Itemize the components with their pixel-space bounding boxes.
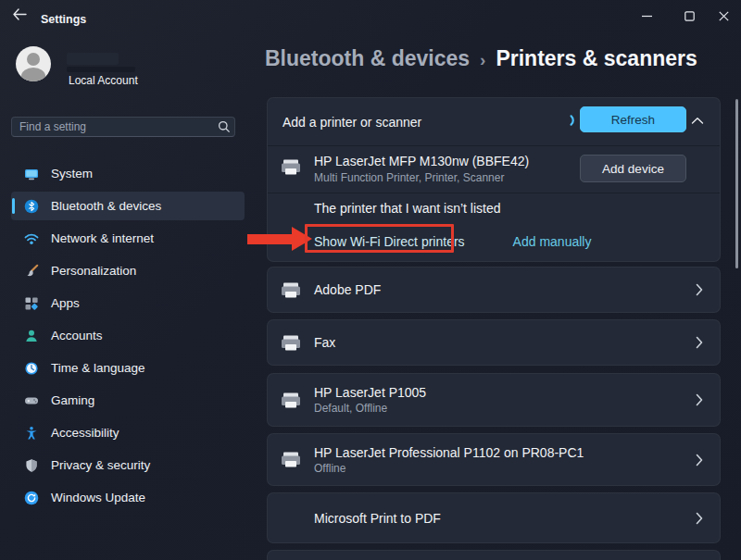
- accessibility-icon: [24, 426, 39, 441]
- printer-icon: [281, 335, 301, 352]
- update-icon: [24, 491, 39, 505]
- sidebar-item-label: Bluetooth & devices: [51, 199, 161, 213]
- chevron-right-icon: [696, 336, 703, 349]
- sidebar-item-time-language[interactable]: Time & language: [11, 354, 245, 382]
- search-box: [11, 117, 235, 137]
- chevron-up-icon[interactable]: [691, 117, 704, 125]
- sidebar-item-label: Network & internet: [51, 231, 154, 245]
- printer-status: Default, Offline: [314, 402, 426, 415]
- sidebar-item-label: Windows Update: [51, 491, 145, 504]
- printer-row-hp-p1102[interactable]: HP LaserJet Professional P1102 on PR08-P…: [267, 433, 721, 486]
- scrollbar-thumb[interactable]: [735, 99, 738, 268]
- printer-row-fax[interactable]: Fax: [267, 319, 721, 366]
- selected-accent-bar: [12, 198, 15, 214]
- printer-name: Microsoft Print to PDF: [314, 511, 441, 526]
- account-name-redacted-blur: [67, 67, 135, 72]
- scanning-spinner-icon: [559, 112, 575, 129]
- back-button[interactable]: [12, 8, 32, 25]
- page-title: Printers & scanners: [496, 46, 697, 71]
- person-icon: [24, 329, 39, 343]
- sidebar-item-system[interactable]: System: [11, 159, 245, 188]
- sidebar-item-gaming[interactable]: Gaming: [11, 386, 245, 415]
- brush-icon: [24, 264, 39, 279]
- sidebar-item-label: Gaming: [51, 393, 94, 407]
- sidebar-item-label: Accessibility: [51, 426, 119, 440]
- minimize-button[interactable]: [625, 0, 668, 31]
- sidebar-item-bluetooth-devices[interactable]: Bluetooth & devices: [11, 192, 245, 220]
- sidebar-item-network-internet[interactable]: Network & internet: [11, 224, 245, 253]
- search-icon[interactable]: [214, 120, 234, 133]
- printer-status: Offline: [314, 462, 584, 475]
- avatar[interactable]: [16, 46, 51, 81]
- account-name-redacted: [67, 53, 119, 65]
- add-manually-link[interactable]: Add manually: [513, 234, 592, 249]
- sidebar-item-apps[interactable]: Apps: [11, 289, 245, 317]
- chevron-right-icon: [696, 512, 703, 525]
- sidebar-item-windows-update[interactable]: Windows Update: [11, 483, 245, 512]
- window-title: Settings: [41, 13, 86, 26]
- red-arrow-head: [292, 227, 312, 251]
- gamepad-icon: [24, 393, 39, 408]
- add-device-button[interactable]: Add device: [580, 155, 686, 182]
- clock-icon: [24, 361, 39, 376]
- apps-icon: [24, 296, 39, 311]
- add-printer-panel: Add a printer or scanner Refresh HP Lase…: [267, 97, 721, 262]
- printer-row-ms-print-to-pdf[interactable]: Microsoft Print to PDF: [267, 492, 721, 543]
- show-wifi-direct-link[interactable]: Show Wi-Fi Direct printers: [314, 234, 465, 249]
- sidebar-item-label: Personalization: [51, 264, 136, 278]
- printer-name: HP LaserJet P1005: [314, 385, 426, 400]
- breadcrumb-separator: ›: [480, 50, 485, 70]
- add-printer-label: Add a printer or scanner: [283, 115, 421, 130]
- printer-name: Fax: [314, 335, 335, 350]
- printer-row-hp-p1005[interactable]: HP LaserJet P1005 Default, Offline: [267, 373, 721, 427]
- shield-icon: [24, 458, 39, 473]
- sidebar-item-label: Privacy & security: [51, 458, 150, 472]
- red-arrow: [247, 234, 292, 244]
- found-printer-description: Multi Function Printer, Printer, Scanner: [314, 171, 504, 184]
- printer-name: Adobe PDF: [314, 282, 381, 297]
- sidebar-item-label: Accounts: [51, 329, 103, 342]
- printer-icon: [281, 159, 301, 176]
- sidebar-item-personalization[interactable]: Personalization: [11, 256, 245, 285]
- breadcrumb-parent[interactable]: Bluetooth & devices: [265, 46, 470, 71]
- printer-icon: [281, 392, 301, 409]
- breadcrumb: Bluetooth & devices › Printers & scanner…: [265, 46, 697, 71]
- printer-row-adobe-pdf[interactable]: Adobe PDF: [267, 267, 721, 313]
- wifi-icon: [24, 231, 39, 246]
- printer-icon: [281, 282, 301, 299]
- sidebar-item-label: Time & language: [51, 361, 145, 375]
- sidebar-item-label: Apps: [51, 296, 80, 310]
- chevron-right-icon: [696, 393, 703, 406]
- chevron-right-icon: [696, 283, 703, 296]
- close-button[interactable]: [702, 0, 741, 31]
- account-type-label: Local Account: [69, 74, 138, 87]
- sidebar-item-privacy-security[interactable]: Privacy & security: [11, 451, 245, 479]
- bluetooth-icon: [24, 199, 39, 214]
- search-input[interactable]: [12, 120, 214, 133]
- found-printer-name: HP LaserJet MFP M130nw (BBFE42): [314, 154, 529, 168]
- sidebar-item-accounts[interactable]: Accounts: [11, 321, 245, 350]
- printer-icon: [281, 452, 301, 468]
- printer-not-listed-label: The printer that I want isn’t listed: [314, 201, 501, 216]
- chevron-right-icon: [696, 454, 703, 467]
- display-icon: [24, 167, 39, 181]
- sidebar-item-label: System: [51, 167, 93, 180]
- settings-window: Settings Local Account System Bluetooth …: [0, 0, 741, 560]
- sidebar-item-accessibility[interactable]: Accessibility: [11, 418, 245, 447]
- printer-name: HP LaserJet Professional P1102 on PR08-P…: [314, 445, 584, 460]
- refresh-button[interactable]: Refresh: [580, 106, 686, 132]
- printer-row-partial[interactable]: [267, 550, 721, 560]
